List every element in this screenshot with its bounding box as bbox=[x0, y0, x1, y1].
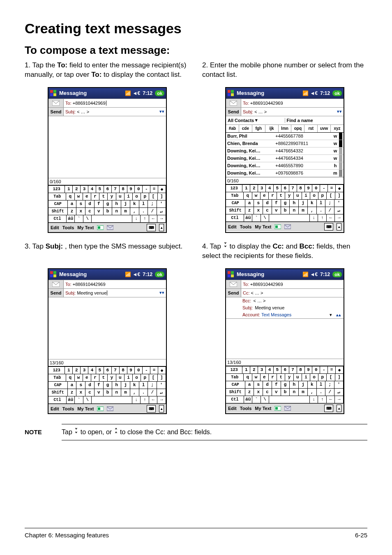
keyboard-key[interactable]: ↑ bbox=[318, 214, 327, 222]
keyboard-key[interactable]: e bbox=[83, 193, 91, 200]
keyboard-key[interactable]: c bbox=[263, 207, 272, 214]
keyboard-key[interactable]: . bbox=[139, 208, 148, 215]
subj-field[interactable]: Subj: Meeting venue bbox=[64, 290, 158, 295]
subj-field[interactable]: Subj: Meeting venue bbox=[242, 304, 344, 311]
dropdown-arrow-icon[interactable]: ▾ bbox=[330, 312, 336, 318]
keyboard-key[interactable]: h bbox=[112, 200, 121, 208]
keyboard-key[interactable]: 6 bbox=[281, 366, 289, 374]
keyboard-key[interactable]: 1 bbox=[242, 366, 250, 374]
keyboard-key[interactable]: 7 bbox=[289, 185, 297, 192]
keyboard-key[interactable]: ↑ bbox=[141, 396, 149, 404]
keyboard-key[interactable]: ↓ bbox=[310, 396, 318, 403]
keyboard-key[interactable]: w bbox=[252, 192, 261, 200]
keyboard-key[interactable]: , bbox=[308, 207, 317, 214]
soft-keyboard[interactable]: 1231234567890-=◆Tabqwertyuiop[]CAPasdfgh… bbox=[226, 366, 344, 403]
keyboard-key[interactable]: 2 bbox=[73, 367, 81, 374]
keyboard-key[interactable]: ] bbox=[335, 374, 344, 381]
alphabet-tabs[interactable]: #abcdefghijklmnopqrstuvwxyz bbox=[226, 124, 344, 132]
keyboard-key[interactable]: k bbox=[130, 200, 139, 208]
keyboard-key[interactable]: 2 bbox=[250, 185, 258, 192]
keyboard-key[interactable]: ] bbox=[158, 374, 166, 382]
message-body[interactable] bbox=[226, 318, 344, 359]
keyboard-key[interactable]: \ bbox=[261, 396, 270, 403]
keyboard-key[interactable]: ◆ bbox=[158, 367, 166, 374]
keyboard-key[interactable]: b bbox=[281, 389, 290, 396]
keyboard-key[interactable]: o bbox=[133, 374, 141, 382]
keyboard-key[interactable]: Ctl bbox=[48, 396, 67, 404]
ok-button[interactable]: ok bbox=[155, 272, 164, 277]
menu-edit[interactable]: Edit bbox=[51, 225, 59, 230]
keyboard-key[interactable]: y bbox=[285, 374, 293, 381]
keyboard-key[interactable]: e bbox=[83, 374, 91, 382]
to-field[interactable]: To: +886910442969 bbox=[64, 101, 166, 106]
sip-arrow[interactable]: ▴ bbox=[159, 224, 164, 231]
keyboard-key[interactable]: , bbox=[130, 208, 139, 215]
keyboard-key[interactable]: i bbox=[302, 192, 310, 200]
subj-field[interactable]: Subj: < … > bbox=[64, 109, 158, 114]
keyboard-key[interactable]: [ bbox=[327, 374, 335, 381]
keyboard-key[interactable]: ← bbox=[149, 215, 158, 223]
menu-tools[interactable]: Tools bbox=[62, 406, 74, 411]
keyboard-key[interactable]: 3 bbox=[258, 366, 266, 374]
keyboard-key[interactable]: ◆ bbox=[336, 185, 344, 192]
keyboard-key[interactable]: - bbox=[143, 186, 150, 193]
keyboard-key[interactable]: y bbox=[108, 193, 116, 200]
keyboard-key[interactable]: t bbox=[99, 193, 108, 200]
contact-row[interactable]: Burr, Phil+4455667788w bbox=[226, 133, 344, 140]
keyboard-key[interactable]: ' bbox=[334, 381, 344, 389]
keyboard-key[interactable]: 0 bbox=[135, 186, 143, 193]
keyboard-key[interactable]: p bbox=[318, 192, 327, 200]
keyboard-key[interactable]: r bbox=[269, 374, 277, 381]
keyboard-key[interactable]: 8 bbox=[120, 367, 127, 374]
menu-tools[interactable]: Tools bbox=[240, 406, 252, 411]
keyboard-key[interactable]: v bbox=[272, 389, 281, 396]
keyboard-key[interactable]: ↑ bbox=[318, 396, 327, 403]
keyboard-key[interactable]: ` bbox=[252, 214, 261, 222]
keyboard-key[interactable]: ` bbox=[75, 215, 83, 223]
keyboard-key[interactable]: [ bbox=[327, 192, 335, 200]
keyboard-key[interactable]: u bbox=[294, 374, 302, 381]
keyboard-key[interactable]: z bbox=[245, 389, 254, 396]
keyboard-key[interactable]: [ bbox=[149, 374, 157, 382]
keyboard-key[interactable]: v bbox=[95, 208, 104, 215]
keyboard-key[interactable]: 4 bbox=[88, 186, 96, 193]
keyboard-key[interactable]: áü bbox=[67, 396, 75, 404]
sip-button[interactable]: ⌨ bbox=[147, 405, 156, 412]
to-field[interactable]: To: +886910442969 bbox=[64, 282, 166, 287]
menu-edit[interactable]: Edit bbox=[228, 406, 237, 411]
keyboard-key[interactable]: Shift bbox=[226, 389, 245, 396]
keyboard-key[interactable]: ; bbox=[148, 382, 157, 389]
keyboard-key[interactable]: l bbox=[317, 381, 326, 389]
keyboard-key[interactable]: 123 bbox=[48, 186, 65, 193]
alphabet-tab[interactable]: uvw bbox=[318, 125, 331, 132]
keyboard-key[interactable]: s bbox=[76, 200, 85, 208]
keyboard-key[interactable]: ← bbox=[327, 396, 335, 403]
keyboard-key[interactable] bbox=[269, 396, 310, 403]
menu-mytext[interactable]: My Text bbox=[255, 406, 271, 411]
keyboard-key[interactable]: l bbox=[139, 382, 148, 389]
keyboard-key[interactable]: ] bbox=[158, 193, 166, 200]
keyboard-key[interactable]: ] bbox=[335, 192, 344, 200]
keyboard-key[interactable]: ◆ bbox=[158, 186, 166, 193]
services-icon[interactable] bbox=[97, 225, 104, 230]
keyboard-key[interactable]: f bbox=[272, 200, 281, 207]
envelope-icon[interactable] bbox=[226, 280, 241, 288]
keyboard-key[interactable]: 5 bbox=[96, 186, 104, 193]
keyboard-key[interactable]: p bbox=[318, 374, 327, 381]
mail-icon[interactable] bbox=[284, 405, 291, 411]
services-icon[interactable] bbox=[274, 224, 281, 230]
keyboard-key[interactable]: i bbox=[125, 374, 133, 382]
keyboard-key[interactable]: w bbox=[252, 374, 261, 381]
menu-tools[interactable]: Tools bbox=[62, 225, 74, 230]
keyboard-key[interactable]: u bbox=[294, 192, 302, 200]
keyboard-key[interactable]: b bbox=[104, 208, 113, 215]
alphabet-tab[interactable]: rst bbox=[304, 125, 318, 132]
keyboard-key[interactable]: m bbox=[299, 389, 308, 396]
keyboard-key[interactable]: l bbox=[317, 200, 326, 207]
envelope-icon[interactable] bbox=[48, 280, 64, 288]
keyboard-key[interactable] bbox=[269, 214, 310, 222]
keyboard-key[interactable]: d bbox=[263, 200, 272, 207]
keyboard-key[interactable]: 2 bbox=[73, 186, 81, 193]
keyboard-key[interactable]: 8 bbox=[120, 186, 127, 193]
keyboard-key[interactable]: 3 bbox=[81, 367, 88, 374]
